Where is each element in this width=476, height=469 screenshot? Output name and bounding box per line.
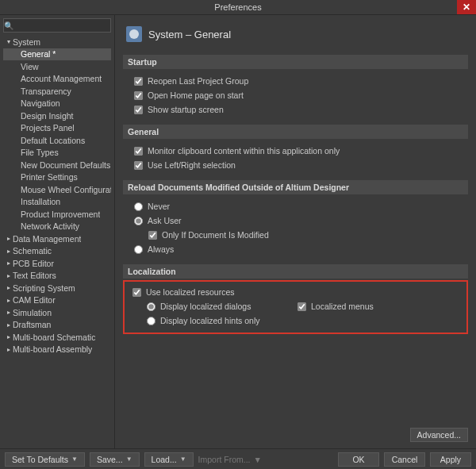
import-from-button[interactable]: Import From...▼ <box>198 455 262 464</box>
dialogs-label: Display localized dialogs <box>160 302 251 311</box>
section-general-head: General <box>123 125 468 139</box>
page-icon <box>126 26 142 42</box>
tree-item-data-management[interactable]: ▸Data Management <box>3 233 111 245</box>
tree-item-design-insight[interactable]: Design Insight <box>3 110 111 122</box>
showstartup-label: Show startup screen <box>148 105 224 114</box>
caret-down-icon: ▼ <box>126 456 132 463</box>
always-label: Always <box>148 244 174 254</box>
tree-item-default-locations[interactable]: Default Locations <box>3 134 111 147</box>
caret-down-icon: ▼ <box>254 455 262 464</box>
titlebar: Preferences ✕ <box>0 0 476 14</box>
ask-radio[interactable] <box>134 217 143 225</box>
chevron-right-icon: ▸ <box>5 235 13 242</box>
showstartup-checkbox[interactable] <box>134 106 143 114</box>
uselocal-checkbox[interactable] <box>132 288 141 297</box>
clipboard-checkbox[interactable] <box>134 147 143 156</box>
close-button[interactable]: ✕ <box>457 0 476 14</box>
tree-item-file-types[interactable]: File Types <box>3 147 111 160</box>
never-radio[interactable] <box>134 202 143 211</box>
tree-item-general[interactable]: General * <box>3 48 111 61</box>
search-input[interactable] <box>13 19 117 32</box>
tree-item-system[interactable]: ▾ System <box>3 36 111 48</box>
tree-item-text-editors[interactable]: ▸Text Editors <box>3 270 111 283</box>
menus-checkbox[interactable] <box>298 302 306 311</box>
tree-item-mouse-wheel[interactable]: Mouse Wheel Configuration <box>3 183 111 196</box>
tree-item-account[interactable]: Account Management <box>3 73 111 86</box>
menus-label: Localized menus <box>311 302 374 311</box>
reopen-checkbox[interactable] <box>134 77 143 86</box>
chevron-right-icon: ▸ <box>5 284 13 291</box>
chevron-down-icon: ▾ <box>5 38 13 45</box>
dialogs-radio[interactable] <box>147 302 155 311</box>
chevron-right-icon: ▸ <box>5 259 13 267</box>
caret-down-icon: ▼ <box>71 456 78 463</box>
ask-label: Ask User <box>148 216 182 225</box>
section-startup-head: Startup <box>123 55 468 69</box>
chevron-right-icon: ▸ <box>5 333 13 340</box>
chevron-right-icon: ▸ <box>5 309 13 316</box>
nav-tree: ▾ System General * View Account Manageme… <box>3 36 111 356</box>
load-button[interactable]: Load...▼ <box>144 452 194 467</box>
tree-item-network-activity[interactable]: Network Activity <box>3 221 111 233</box>
chevron-right-icon: ▸ <box>5 272 13 279</box>
page-title: System – General <box>148 29 231 40</box>
tree-item-navigation[interactable]: Navigation <box>3 98 111 110</box>
caret-down-icon: ▼ <box>180 456 186 463</box>
sidebar: 🔍 ▾ System General * View Account Manage… <box>0 15 115 448</box>
section-reload-head: Reload Documents Modified Outside of Alt… <box>123 180 468 194</box>
tree-item-mb-schematic[interactable]: ▸Multi-board Schematic <box>3 331 111 344</box>
tree-item-printer[interactable]: Printer Settings <box>3 171 111 184</box>
tree-item-view[interactable]: View <box>3 60 111 73</box>
reopen-label: Reopen Last Project Group <box>148 76 248 86</box>
tree-item-projects-panel[interactable]: Projects Panel <box>3 122 111 135</box>
leftright-label: Use Left/Right selection <box>148 160 236 170</box>
chevron-right-icon: ▸ <box>5 321 13 329</box>
search-box[interactable]: 🔍 <box>3 18 111 33</box>
tree-item-cam-editor[interactable]: ▸CAM Editor <box>3 294 111 307</box>
window-title: Preferences <box>214 2 261 12</box>
content-pane: System – General Startup Reopen Last Pro… <box>115 15 476 448</box>
localization-highlight: Use localized resources Display localize… <box>123 280 468 334</box>
hints-radio[interactable] <box>147 317 155 325</box>
tree-item-mb-assembly[interactable]: ▸Multi-board Assembly <box>3 344 111 356</box>
onlyif-checkbox[interactable] <box>148 231 157 240</box>
tree-item-new-doc-defaults[interactable]: New Document Defaults <box>3 159 111 171</box>
ok-button[interactable]: OK <box>338 452 379 467</box>
tree-item-simulation[interactable]: ▸Simulation <box>3 306 111 319</box>
tree-item-transparency[interactable]: Transparency <box>3 85 111 98</box>
chevron-right-icon: ▸ <box>5 346 13 353</box>
chevron-right-icon: ▸ <box>5 248 13 255</box>
uselocal-label: Use localized resources <box>146 287 234 297</box>
always-radio[interactable] <box>134 245 143 254</box>
advanced-button[interactable]: Advanced... <box>410 428 468 442</box>
tree-item-scripting[interactable]: ▸Scripting System <box>3 282 111 294</box>
tree-item-product-improvement[interactable]: Product Improvement <box>3 208 111 221</box>
tree-item-pcb-editor[interactable]: ▸PCB Editor <box>3 257 111 270</box>
hints-label: Display localized hints only <box>160 316 259 325</box>
save-button[interactable]: Save...▼ <box>90 452 140 467</box>
tree-item-installation[interactable]: Installation <box>3 196 111 209</box>
search-icon: 🔍 <box>4 21 13 30</box>
tree-item-draftsman[interactable]: ▸Draftsman <box>3 319 111 332</box>
section-localization-head: Localization <box>123 264 468 279</box>
cancel-button[interactable]: Cancel <box>384 452 425 467</box>
openhome-checkbox[interactable] <box>134 91 143 100</box>
never-label: Never <box>148 202 170 211</box>
chevron-right-icon: ▸ <box>5 297 13 304</box>
apply-button[interactable]: Apply <box>430 452 471 467</box>
openhome-label: Open Home page on start <box>148 90 244 100</box>
clipboard-label: Monitor clipboard content within this ap… <box>148 146 340 156</box>
tree-item-schematic[interactable]: ▸Schematic <box>3 245 111 258</box>
leftright-checkbox[interactable] <box>134 161 143 170</box>
onlyif-label: Only If Document Is Modified <box>162 230 269 240</box>
defaults-button[interactable]: Set To Defaults▼ <box>5 452 85 467</box>
footer: Set To Defaults▼ Save...▼ Load...▼ Impor… <box>0 448 476 469</box>
